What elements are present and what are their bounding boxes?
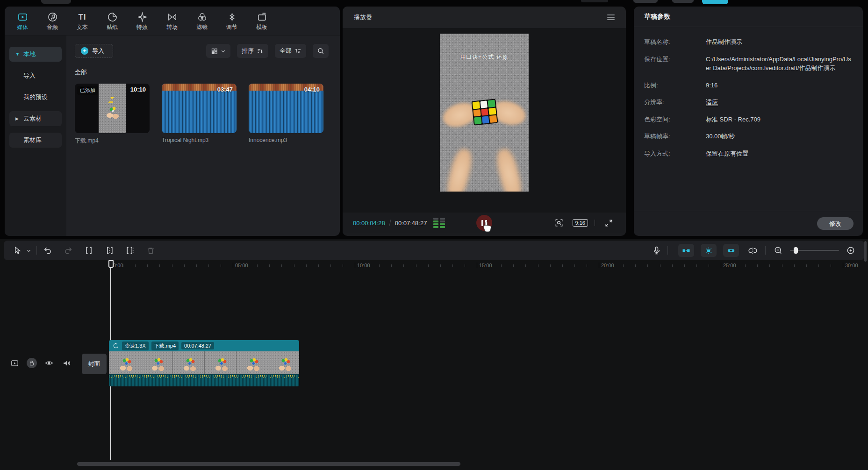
ruler-tick xyxy=(696,264,697,267)
video-overlay-caption: 用口诀+公式 还原 xyxy=(440,53,529,61)
tab-audio[interactable]: 音频 xyxy=(37,8,67,34)
ruler-tick xyxy=(281,264,282,267)
mirror-split-icon[interactable] xyxy=(746,243,760,257)
preview-quality-icon[interactable] xyxy=(552,216,566,230)
ruler-label: 25:00 xyxy=(721,263,736,268)
controls-divider xyxy=(595,220,595,226)
field-label: 分辨率: xyxy=(644,98,706,107)
current-timecode: 00:00:04:28 xyxy=(353,220,385,227)
sidebar-item-import[interactable]: 导入 xyxy=(9,68,62,83)
vertical-scrollbar[interactable] xyxy=(864,241,867,262)
field-import-mode: 导入方式: 保留在原有位置 xyxy=(644,149,853,158)
sort-button[interactable]: 排序 xyxy=(237,44,268,58)
tab-text[interactable]: TI 文本 xyxy=(67,8,97,34)
sidebar-item-library-label: 素材库 xyxy=(23,136,42,143)
split-clip-button[interactable] xyxy=(82,243,96,257)
ruler-tick xyxy=(403,264,404,267)
template-icon xyxy=(257,12,267,22)
fullscreen-icon[interactable] xyxy=(602,216,616,230)
timeline-ruler[interactable]: 0:0005:0010:0015:0020:0025:0030:00 xyxy=(0,261,868,275)
partial-button-top-2[interactable] xyxy=(633,0,658,3)
media-item-audio-1[interactable]: 03:47 Tropical Night.mp3 xyxy=(162,84,237,145)
partial-button-top-3[interactable] xyxy=(672,0,694,3)
ruler-tick xyxy=(245,264,245,267)
undo-button[interactable] xyxy=(41,243,55,257)
audio-level-meter xyxy=(433,218,445,228)
field-value: C:/Users/Administrator/AppData/Local/Jia… xyxy=(706,55,853,73)
video-preview[interactable]: 用口诀+公式 还原 xyxy=(440,34,529,192)
search-button[interactable] xyxy=(313,44,329,58)
field-value: 30.00帧/秒 xyxy=(706,132,853,141)
zoom-in-icon[interactable] xyxy=(844,243,858,257)
media-item-video[interactable]: 已添加 10:10 下载.mp4 xyxy=(75,84,150,145)
ruler-label: 15:00 xyxy=(477,263,492,268)
timeline-video-clip[interactable]: 变速1.3X 下载.mp4 00:07:48:27 xyxy=(109,340,299,386)
chevron-right-icon: ▶ xyxy=(15,111,19,126)
link-preview-button[interactable] xyxy=(723,244,739,257)
sidebar-item-library[interactable]: 素材库 xyxy=(9,133,62,148)
tab-transition[interactable]: 转场 xyxy=(157,8,187,34)
tab-template[interactable]: 模板 xyxy=(247,8,277,34)
zoom-out-icon[interactable] xyxy=(771,243,785,257)
split-left-button[interactable] xyxy=(102,243,116,257)
magnetic-snap-button[interactable] xyxy=(678,244,694,257)
cover-button[interactable]: 封面 xyxy=(82,354,107,374)
tab-filter[interactable]: 滤镜 xyxy=(187,8,217,34)
redo-button[interactable] xyxy=(61,243,75,257)
media-item-audio-2[interactable]: 04:10 Innocence.mp3 xyxy=(249,84,323,145)
audio-icon xyxy=(47,12,58,22)
select-tool-button[interactable] xyxy=(10,243,24,257)
delete-button[interactable] xyxy=(143,243,158,257)
zoom-slider-handle[interactable] xyxy=(794,247,798,254)
asset-category-toolbar: 媒体 音频 TI 文本 贴纸 特效 转场 xyxy=(5,7,340,36)
media-icon xyxy=(17,12,28,22)
import-button[interactable]: + 导入 xyxy=(75,44,113,58)
ruler-tick xyxy=(306,264,307,267)
toggle-visibility-icon[interactable] xyxy=(44,358,54,368)
track-type-video-icon xyxy=(9,358,20,368)
partial-button-top-1[interactable] xyxy=(581,0,608,2)
select-tool-dropdown[interactable] xyxy=(24,243,33,257)
view-mode-button[interactable] xyxy=(206,44,230,58)
sidebar-item-local[interactable]: ▼ 本地 xyxy=(9,47,62,62)
player-controls: 00:00:04:28 00:07:48:27 9:16 xyxy=(343,213,626,233)
hand-cursor xyxy=(482,221,492,233)
sidebar-item-presets[interactable]: 我的预设 xyxy=(9,90,62,105)
auto-snap-button[interactable] xyxy=(701,244,717,257)
modify-button[interactable]: 修改 xyxy=(817,217,854,230)
ruler-tick xyxy=(623,264,624,267)
timeline-zoom-slider[interactable] xyxy=(790,250,839,251)
split-right-button[interactable] xyxy=(123,243,137,257)
ruler-tick xyxy=(525,264,526,267)
ruler-tick xyxy=(452,264,453,267)
ruler-tick xyxy=(379,264,380,267)
tab-sticker[interactable]: 贴纸 xyxy=(97,8,127,34)
filter-button[interactable]: 全部 xyxy=(275,44,306,58)
tab-adjust[interactable]: 调节 xyxy=(217,8,247,34)
tab-filter-label: 滤镜 xyxy=(196,24,208,30)
audio-waveform-thumbnail: 03:47 xyxy=(162,84,237,133)
ruler-tick xyxy=(147,264,148,267)
partial-export-button[interactable] xyxy=(702,0,728,4)
app-root: 媒体 音频 TI 文本 贴纸 特效 转场 xyxy=(0,0,868,470)
tab-media[interactable]: 媒体 xyxy=(7,8,37,34)
partial-button-top-left[interactable] xyxy=(41,0,71,4)
sidebar-item-cloud[interactable]: ▶ 云素材 xyxy=(9,111,62,126)
clip-filmstrip xyxy=(109,351,299,374)
draft-panel-footer: 修改 xyxy=(634,211,863,236)
tab-media-label: 媒体 xyxy=(17,24,28,30)
mute-track-icon[interactable] xyxy=(61,358,72,368)
record-voiceover-icon[interactable] xyxy=(650,243,664,257)
lock-track-icon[interactable] xyxy=(27,358,37,368)
duration-badge: 04:10 xyxy=(304,86,320,93)
media-panel: 媒体 音频 TI 文本 贴纸 特效 转场 xyxy=(5,7,340,236)
tab-effects[interactable]: 特效 xyxy=(127,8,157,34)
horizontal-scrollbar[interactable] xyxy=(77,462,460,466)
player-menu-icon[interactable] xyxy=(607,14,615,20)
resolution-link[interactable]: 适应 xyxy=(706,99,718,106)
ratio-button[interactable]: 9:16 xyxy=(573,219,588,227)
sidebar-item-cloud-label: 云素材 xyxy=(23,115,42,122)
field-label: 导入方式: xyxy=(644,149,706,158)
cover-button-label: 封面 xyxy=(88,360,100,368)
field-value: 保留在原有位置 xyxy=(706,149,853,158)
